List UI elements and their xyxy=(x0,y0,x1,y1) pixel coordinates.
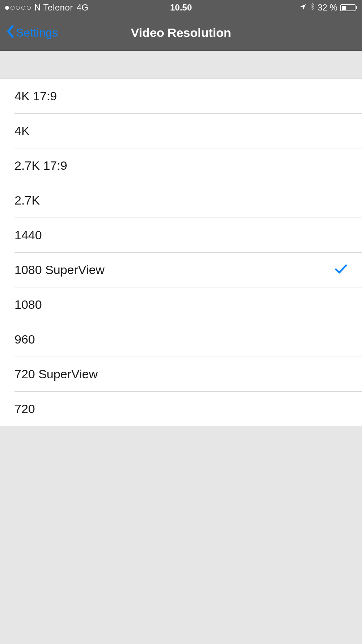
option-label: 1080 SuperView xyxy=(14,263,105,277)
option-label: 4K xyxy=(14,124,30,138)
navigation-bar: Settings Video Resolution xyxy=(0,15,362,51)
resolution-option[interactable]: 4K xyxy=(0,113,362,148)
resolution-option[interactable]: 2.7K 17:9 xyxy=(0,148,362,183)
resolution-option[interactable]: 720 SuperView xyxy=(0,357,362,391)
clock: 10.50 xyxy=(170,3,192,13)
option-label: 1080 xyxy=(14,298,42,312)
page-title: Video Resolution xyxy=(131,26,231,40)
resolution-option[interactable]: 960 xyxy=(0,322,362,357)
carrier-label: N Telenor xyxy=(34,3,73,13)
resolution-option[interactable]: 2.7K xyxy=(0,183,362,218)
option-label: 2.7K xyxy=(14,193,40,207)
battery-icon xyxy=(340,4,357,11)
option-label: 4K 17:9 xyxy=(14,89,57,103)
chevron-left-icon xyxy=(6,25,14,41)
back-label: Settings xyxy=(16,26,58,39)
bluetooth-icon xyxy=(310,3,315,13)
resolution-option[interactable]: 720 xyxy=(0,391,362,426)
battery-percent: 32 % xyxy=(317,3,337,13)
option-label: 960 xyxy=(14,332,35,346)
signal-strength-icon xyxy=(5,6,31,10)
status-right: 32 % xyxy=(299,3,357,13)
network-label: 4G xyxy=(77,3,88,13)
section-spacer xyxy=(0,51,362,79)
option-label: 2.7K 17:9 xyxy=(14,159,67,173)
resolution-list: 4K 17:9 4K 2.7K 17:9 2.7K 1440 1080 Supe… xyxy=(0,79,362,426)
resolution-option[interactable]: 1080 SuperView xyxy=(0,252,362,287)
resolution-option[interactable]: 4K 17:9 xyxy=(0,79,362,113)
status-left: N Telenor 4G xyxy=(5,3,88,13)
resolution-option[interactable]: 1080 xyxy=(0,287,362,322)
resolution-option[interactable]: 1440 xyxy=(0,218,362,252)
status-bar: N Telenor 4G 10.50 32 % xyxy=(0,0,362,15)
option-label: 1440 xyxy=(14,228,42,242)
location-icon xyxy=(299,3,307,13)
option-label: 720 SuperView xyxy=(14,367,98,381)
back-button[interactable]: Settings xyxy=(0,25,58,41)
option-label: 720 xyxy=(14,402,35,416)
checkmark-icon xyxy=(334,264,348,276)
